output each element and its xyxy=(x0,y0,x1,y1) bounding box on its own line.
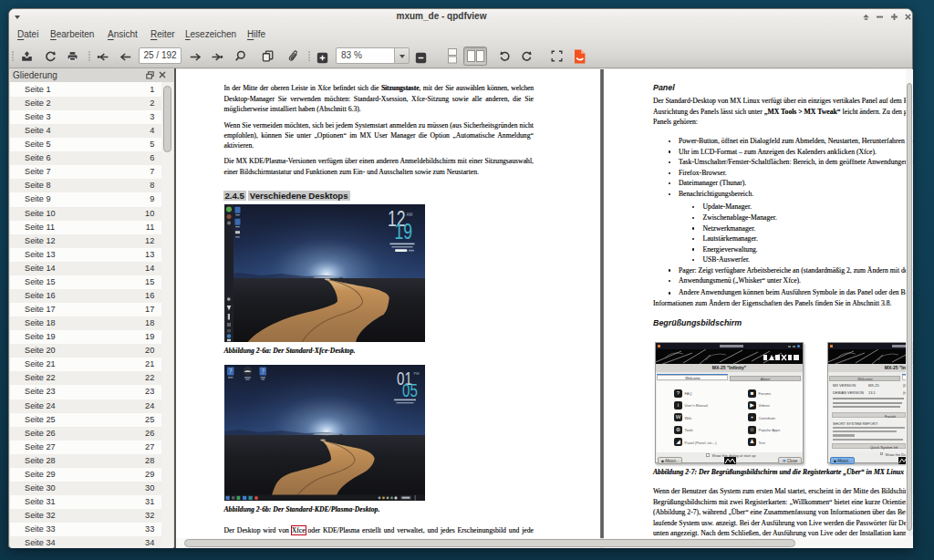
svg-text:19: 19 xyxy=(394,220,412,245)
svg-text:AM: AM xyxy=(406,213,412,217)
svg-text:PM: PM xyxy=(413,371,419,376)
svg-text:05: 05 xyxy=(402,379,418,400)
